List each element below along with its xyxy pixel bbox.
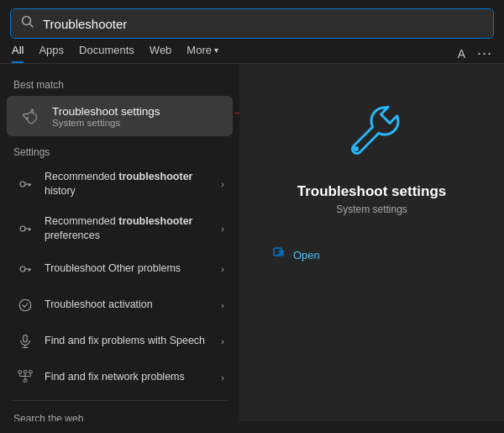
svg-point-7	[20, 226, 25, 231]
tab-web[interactable]: Web	[150, 44, 172, 63]
right-panel-actions: Open	[256, 240, 487, 270]
item-text-5: Find and fix network problems	[45, 370, 212, 384]
tab-apps[interactable]: Apps	[39, 44, 64, 63]
item-text-3: Troubleshoot activation	[45, 298, 212, 312]
list-item-network[interactable]: Find and fix network problems ›	[3, 360, 236, 395]
svg-rect-22	[24, 379, 27, 382]
right-panel-icon	[339, 98, 406, 168]
svg-point-15	[19, 299, 31, 311]
search-bar[interactable]: Troubleshooter	[10, 8, 494, 39]
svg-line-1	[30, 24, 34, 28]
best-match-label: Best match	[0, 72, 239, 94]
tabs-bar: All Apps Documents Web More ▾ A ···	[0, 39, 504, 64]
more-options-button[interactable]: ···	[477, 45, 492, 62]
item-text-1: Recommended troubleshooter preferences	[45, 214, 212, 243]
list-item-other-problems[interactable]: Troubleshoot Other problems ›	[3, 251, 236, 287]
search-input[interactable]: Troubleshooter	[43, 17, 483, 31]
svg-rect-20	[24, 370, 27, 372]
search-web-label: Search the web	[0, 406, 239, 422]
tab-more[interactable]: More ▾	[186, 44, 218, 63]
key-icon-0	[15, 174, 35, 194]
chevron-icon-2: ›	[221, 264, 224, 274]
best-match-icon	[18, 104, 42, 128]
svg-rect-19	[18, 370, 22, 372]
settings-section-label: Settings	[0, 138, 239, 161]
list-item-recommended-history[interactable]: Recommended troubleshooter history ›	[3, 162, 236, 206]
item-text-0: Recommended troubleshooter history	[45, 170, 212, 198]
open-icon	[273, 247, 286, 263]
list-item-speech[interactable]: Find and fix problems with Speech ›	[3, 324, 236, 359]
best-match-text: Troubleshoot settings System settings	[52, 105, 160, 128]
key-icon-1	[15, 219, 35, 239]
chevron-icon-1: ›	[221, 224, 224, 234]
item-text-4: Find and fix problems with Speech	[45, 334, 212, 348]
chevron-icon-0: ›	[221, 179, 224, 189]
best-match-item[interactable]: Troubleshoot settings System settings →	[7, 96, 233, 136]
right-panel: Troubleshoot settings System settings Op…	[239, 64, 504, 421]
list-item-activation[interactable]: Troubleshoot activation ›	[3, 288, 236, 323]
font-size-button[interactable]: A	[458, 47, 465, 61]
key-icon-2	[15, 259, 35, 279]
item-text-2: Troubleshoot Other problems	[45, 261, 212, 276]
tab-right-actions: A ···	[458, 45, 492, 62]
list-item-recommended-preferences[interactable]: Recommended troubleshooter preferences ›	[3, 207, 236, 251]
chevron-icon-4: ›	[221, 336, 224, 346]
best-match-title: Troubleshoot settings	[52, 105, 160, 118]
right-panel-title: Troubleshoot settings	[297, 183, 447, 200]
main-content: Best match Troubleshoot settings System …	[0, 64, 504, 421]
circle-check-icon	[15, 295, 35, 315]
open-button[interactable]: Open	[265, 240, 479, 270]
open-label[interactable]: Open	[293, 249, 320, 261]
svg-point-2	[26, 118, 29, 120]
chevron-down-icon: ▾	[214, 45, 218, 55]
search-icon	[21, 15, 34, 32]
tab-all[interactable]: All	[12, 44, 24, 63]
svg-point-3	[20, 182, 25, 187]
chevron-icon-5: ›	[221, 372, 224, 383]
svg-rect-21	[29, 370, 33, 372]
network-icon	[15, 367, 35, 388]
divider	[12, 400, 228, 401]
tab-documents[interactable]: Documents	[79, 44, 134, 63]
svg-point-30	[354, 146, 359, 151]
left-panel: Best match Troubleshoot settings System …	[0, 64, 239, 421]
mic-icon	[15, 331, 35, 351]
svg-rect-16	[24, 335, 28, 341]
svg-point-11	[20, 267, 25, 272]
chevron-icon-3: ›	[221, 300, 224, 310]
best-match-subtitle: System settings	[52, 118, 160, 128]
right-panel-subtitle: System settings	[336, 203, 407, 215]
red-arrow-icon: →	[231, 103, 239, 122]
